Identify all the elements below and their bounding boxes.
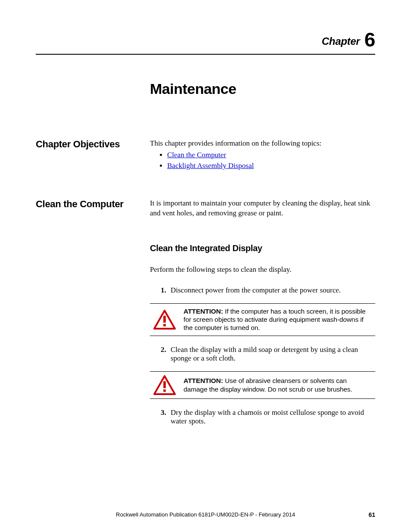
chapter-header: Chapter 6 <box>36 28 375 55</box>
section-heading-clean: Clean the Computer <box>36 199 150 220</box>
page-footer: Rockwell Automation Publication 6181P-UM… <box>0 511 411 518</box>
attention-label: ATTENTION: <box>184 308 223 315</box>
list-item: Clean the Computer <box>167 150 375 160</box>
footer-publication: Rockwell Automation Publication 6181P-UM… <box>0 511 411 518</box>
chapter-label: Chapter <box>322 35 360 47</box>
svg-rect-4 <box>163 381 166 388</box>
step-text: Dry the display with a chamois or moist … <box>171 408 364 425</box>
step-item: Disconnect power from the computer at th… <box>168 286 375 336</box>
clean-intro: It is important to maintain your compute… <box>150 199 375 218</box>
step-text: Disconnect power from the computer at th… <box>171 286 341 294</box>
page-title: Maintenance <box>150 81 375 97</box>
attention-icon <box>153 310 176 330</box>
link-clean-computer[interactable]: Clean the Computer <box>167 151 226 159</box>
subheading-clean-display: Clean the Integrated Display <box>150 243 375 253</box>
attention-box: ATTENTION: If the computer has a touch s… <box>150 303 375 336</box>
step-text: Clean the display with a mild soap or de… <box>171 345 358 362</box>
steps-list: Disconnect power from the computer at th… <box>150 286 375 426</box>
attention-label: ATTENTION: <box>184 377 223 384</box>
clean-lead: Perform the following steps to clean the… <box>150 265 375 274</box>
attention-text: ATTENTION: Use of abrasive cleansers or … <box>184 376 372 393</box>
svg-rect-2 <box>163 324 166 327</box>
attention-text: ATTENTION: If the computer has a touch s… <box>184 307 372 332</box>
list-item: Backlight Assembly Disposal <box>167 161 375 171</box>
objectives-intro: This chapter provides information on the… <box>150 139 375 149</box>
attention-icon <box>153 375 176 395</box>
step-item: Dry the display with a chamois or moist … <box>168 408 375 426</box>
attention-box: ATTENTION: Use of abrasive cleansers or … <box>150 371 375 399</box>
chapter-number: 6 <box>364 28 375 51</box>
objectives-link-list: Clean the Computer Backlight Assembly Di… <box>150 150 375 171</box>
svg-rect-1 <box>163 316 166 323</box>
step-item: Clean the display with a mild soap or de… <box>168 345 375 399</box>
svg-rect-5 <box>163 389 166 392</box>
footer-page-number: 61 <box>368 511 375 518</box>
link-backlight-disposal[interactable]: Backlight Assembly Disposal <box>167 162 254 170</box>
section-heading-objectives: Chapter Objectives <box>36 139 150 172</box>
